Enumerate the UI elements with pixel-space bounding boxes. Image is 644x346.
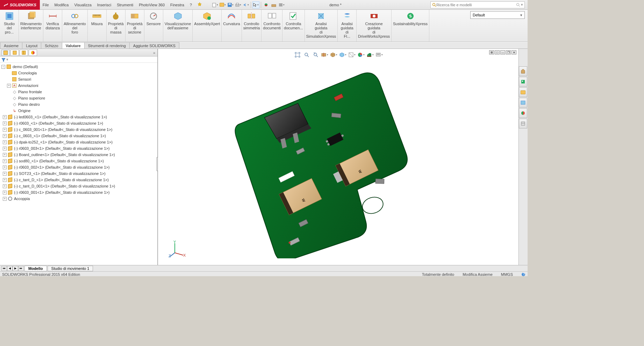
cmd-tab-strumenti-di-rendering[interactable]: Strumenti di rendering <box>84 42 130 49</box>
menu-strumenti[interactable]: Strumenti <box>114 0 136 10</box>
document-title: demo * <box>329 3 342 7</box>
mt-next-button[interactable]: ▶ <box>13 266 18 271</box>
tree-item[interactable]: +(-) r0603_<1> (Default<_Stato di visual… <box>0 120 157 126</box>
mt-first-button[interactable]: ⏮ <box>1 266 7 271</box>
print-button[interactable] <box>235 1 242 8</box>
tree-item[interactable]: +(-) dpak-to252_<1> (Default<_Stato di v… <box>0 139 157 145</box>
settings-button[interactable] <box>278 1 285 8</box>
tree-item[interactable]: Cronologia <box>0 70 157 76</box>
tree-item[interactable]: +(-) r0603_001<1> (Default<_Stato di vis… <box>0 189 157 196</box>
ribbon-curv[interactable]: Curvatura <box>222 10 242 42</box>
tree-item[interactable]: +(-) r0603_002<1> (Default<_Stato di vis… <box>0 164 157 170</box>
mt-last-button[interactable]: ⏭ <box>18 266 24 271</box>
tp-explorer-tab[interactable] <box>519 87 527 97</box>
ribbon-sust[interactable]: SustainabilityXpress <box>392 10 429 42</box>
status-help-icon[interactable]: ? <box>521 272 525 277</box>
ribbon-dist[interactable]: Verificadistanza <box>43 10 62 42</box>
vp-grid-icon[interactable]: ⊞ <box>489 50 494 54</box>
fm-filter-bar[interactable]: ▾ <box>0 57 157 63</box>
ribbon-dwx[interactable]: CreazioneguidatadiDriveWorksXpress <box>357 10 392 42</box>
ribbon-simx[interactable]: AnalisiguidatadiSimulationXpress <box>305 10 338 42</box>
tp-resources-tab[interactable] <box>519 66 527 76</box>
tree-item[interactable]: +AAnnotazioni <box>0 82 157 89</box>
vp-minimize-button[interactable]: — <box>500 50 505 54</box>
cmd-tab-layout[interactable]: Layout <box>22 42 41 49</box>
ribbon-mass[interactable]: Proprietàdimassa <box>107 10 126 42</box>
tree-item[interactable]: ◇Piano destro <box>0 101 157 108</box>
ribbon-section[interactable]: Proprietàdisezione <box>126 10 144 42</box>
menu-inserisci[interactable]: Inserisci <box>94 0 114 10</box>
ribbon-hole[interactable]: Allineamentodelforo <box>62 10 88 42</box>
tree-item[interactable]: +(-) Board_outline<1> (Default<_Stato di… <box>0 152 157 158</box>
tree-item[interactable]: +(-) sod80_<1> (Default<_Stato di visual… <box>0 158 157 164</box>
ribbon-measure[interactable]: Misura <box>88 10 107 42</box>
tree-item[interactable]: +(-) c_tant_D_001<1> (Default<_Stato di … <box>0 183 157 189</box>
search-box[interactable]: ▾ <box>430 1 525 8</box>
tp-library-tab[interactable] <box>519 77 527 87</box>
fm-tab-config[interactable] <box>20 50 28 56</box>
menu-visualizza[interactable]: Visualizza <box>71 0 94 10</box>
vp-restore-button[interactable]: ❐ <box>506 50 511 54</box>
ribbon-sym[interactable]: Controllosimmetria <box>242 10 262 42</box>
ribbon-interf[interactable]: Rilevamentointerferenze <box>19 10 43 42</box>
tree-item[interactable]: +(-) SOT23_<1> (Default<_Stato di visual… <box>0 170 157 177</box>
save-button[interactable] <box>227 1 234 8</box>
vp-close-button[interactable]: ✕ <box>511 50 516 54</box>
model-view[interactable]: W W <box>214 56 445 258</box>
fm-tab-tree[interactable] <box>1 50 10 56</box>
menu-file[interactable]: File <box>40 0 52 10</box>
search-dropdown-icon[interactable]: ▾ <box>521 2 523 7</box>
status-units: MMGS <box>501 272 513 277</box>
mt-prev-button[interactable]: ◀ <box>7 266 13 271</box>
options-button[interactable] <box>270 1 277 8</box>
fm-tab-display[interactable] <box>29 50 37 56</box>
ribbon-asmx[interactable]: AssemblyXpert <box>193 10 222 42</box>
new-button[interactable] <box>212 1 219 8</box>
menu-finestra[interactable]: Finestra <box>167 0 187 10</box>
rebuild-button[interactable] <box>263 1 270 8</box>
motion-tab-modello[interactable]: Modello <box>24 266 47 271</box>
undo-button[interactable] <box>242 1 249 8</box>
ribbon-flox[interactable]: AnalisiguidatadiFl... <box>338 10 357 42</box>
ribbon-compare[interactable]: Confrontodocumenti <box>262 10 282 42</box>
tp-view-palette-tab[interactable] <box>519 98 527 108</box>
ribbon-study[interactable]: Studiodelpro... <box>0 10 19 42</box>
tree-item[interactable]: +(-) c_0603_001<1> (Default<_Stato di vi… <box>0 126 157 133</box>
select-button[interactable] <box>252 1 259 8</box>
tp-appearances-tab[interactable] <box>519 108 527 118</box>
tp-custom-props-tab[interactable] <box>519 119 527 128</box>
tree-item[interactable]: +(-) r0603_003<1> (Default<_Stato di vis… <box>0 145 157 152</box>
tree-item[interactable]: +(-) c_0603_<1> (Default<_Stato di visua… <box>0 133 157 139</box>
tree-item[interactable]: −demo (Default) <box>0 64 157 70</box>
tree-item[interactable]: ◇Piano frontale <box>0 89 157 95</box>
cmd-tab-assieme[interactable]: Assieme <box>0 42 22 49</box>
menu-star-icon[interactable] <box>195 0 205 10</box>
ribbon-check[interactable]: Controlladocumen... <box>282 10 305 42</box>
tree-item[interactable]: +(-) c_tant_D_<1> (Default<_Stato di vis… <box>0 177 157 183</box>
tree-item[interactable]: +(-) led0603_<1> (Default<_Stato di visu… <box>0 114 157 120</box>
svg-line-12 <box>435 6 436 7</box>
vp-single-icon[interactable]: □ <box>495 50 500 54</box>
open-button[interactable] <box>219 1 226 8</box>
tree-item[interactable]: ◇Piano superiore <box>0 95 157 101</box>
search-icon <box>432 3 436 7</box>
cmd-tab-valutare[interactable]: Valutare <box>62 42 85 49</box>
view-triad[interactable]: Y X Z <box>169 241 186 258</box>
configuration-dropdown[interactable]: Default <box>470 11 525 19</box>
graphics-area[interactable]: ⊞ □ — ❐ ✕ <box>158 49 518 265</box>
menu-?[interactable]: ? <box>187 0 195 10</box>
search-input[interactable] <box>436 3 516 7</box>
ribbon-sensor[interactable]: Sensore <box>144 10 163 42</box>
menu-modifica[interactable]: Modifica <box>52 0 72 10</box>
ribbon-asmvis[interactable]: Visualizzazionedell'assieme <box>163 10 193 42</box>
motion-tab-studio-di-movimento-1[interactable]: Studio di movimento 1 <box>48 266 93 271</box>
tree-item[interactable]: ↳Origine <box>0 108 157 114</box>
cmd-tab-aggiunte-solidworks[interactable]: Aggiunte SOLIDWORKS <box>129 42 179 49</box>
tree-item[interactable]: +Accoppia <box>0 196 157 202</box>
menu-photoview-360[interactable]: PhotoView 360 <box>136 0 167 10</box>
search-go-icon[interactable] <box>516 3 520 7</box>
tree-item[interactable]: Sensori <box>0 76 157 82</box>
cmd-tab-schizzo[interactable]: Schizzo <box>41 42 62 49</box>
fm-collapse-button[interactable]: » <box>153 51 155 55</box>
fm-tab-property[interactable] <box>10 50 19 56</box>
